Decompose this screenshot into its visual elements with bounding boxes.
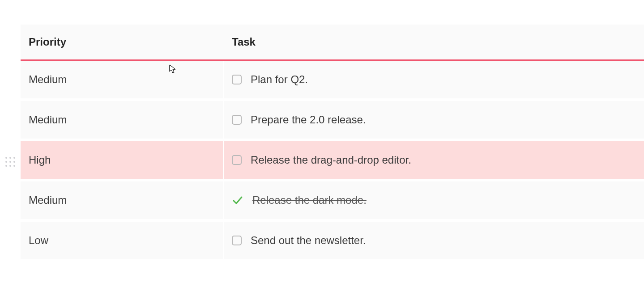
checkbox[interactable] bbox=[232, 155, 242, 165]
column-header-task[interactable]: Task bbox=[224, 25, 644, 59]
checkbox[interactable] bbox=[232, 75, 242, 84]
table-row[interactable]: MediumRelease the dark mode. bbox=[21, 181, 644, 222]
check-icon[interactable] bbox=[232, 194, 243, 206]
task-text: Release the drag-and-drop editor. bbox=[251, 154, 411, 166]
table-row[interactable]: MediumPlan for Q2. bbox=[21, 61, 644, 101]
task-cell[interactable]: Prepare the 2.0 release. bbox=[224, 101, 644, 139]
priority-cell[interactable]: Medium bbox=[21, 61, 224, 98]
checkbox[interactable] bbox=[232, 115, 242, 125]
column-header-priority[interactable]: Priority bbox=[21, 25, 224, 59]
priority-cell[interactable]: Medium bbox=[21, 101, 224, 139]
task-text: Send out the newsletter. bbox=[251, 234, 366, 247]
table-body: MediumPlan for Q2.MediumPrepare the 2.0 … bbox=[21, 61, 644, 262]
table-row[interactable]: HighRelease the drag-and-drop editor. bbox=[21, 141, 644, 181]
task-text: Plan for Q2. bbox=[251, 73, 308, 86]
priority-cell[interactable]: Low bbox=[21, 222, 224, 259]
task-text: Release the dark mode. bbox=[252, 194, 367, 207]
task-cell[interactable]: Plan for Q2. bbox=[224, 61, 644, 98]
priority-cell[interactable]: Medium bbox=[21, 181, 224, 219]
tasks-table: Priority Task MediumPlan for Q2.MediumPr… bbox=[21, 25, 644, 262]
task-text: Prepare the 2.0 release. bbox=[251, 114, 366, 126]
table-row[interactable]: MediumPrepare the 2.0 release. bbox=[21, 101, 644, 141]
table-header-row: Priority Task bbox=[21, 25, 644, 61]
checkbox[interactable] bbox=[232, 236, 242, 245]
drag-handle-icon[interactable] bbox=[4, 156, 16, 168]
task-cell[interactable]: Release the drag-and-drop editor. bbox=[224, 141, 644, 179]
table-row[interactable]: LowSend out the newsletter. bbox=[21, 222, 644, 262]
priority-cell[interactable]: High bbox=[21, 141, 224, 179]
task-cell[interactable]: Release the dark mode. bbox=[224, 181, 644, 219]
task-cell[interactable]: Send out the newsletter. bbox=[224, 222, 644, 259]
